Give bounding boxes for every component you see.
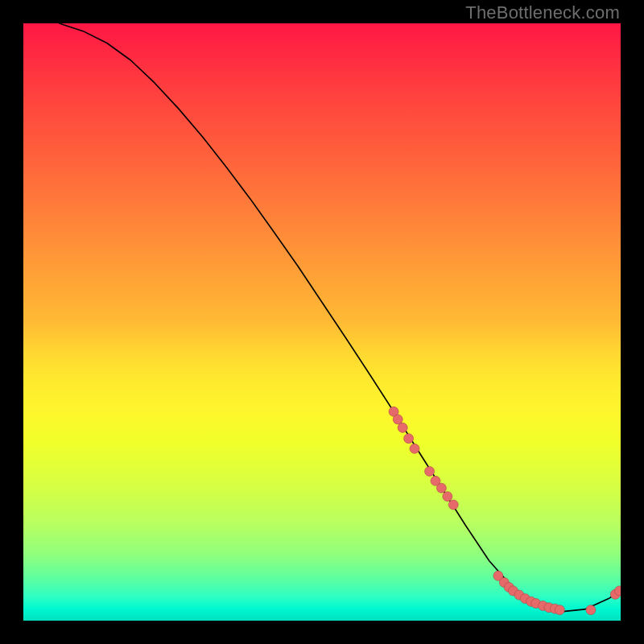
- data-point: [425, 467, 435, 477]
- data-point: [398, 423, 407, 432]
- watermark-text: TheBottleneck.com: [465, 2, 620, 23]
- data-point: [410, 444, 419, 453]
- data-point: [555, 605, 564, 615]
- data-point: [443, 492, 452, 502]
- data-point: [436, 483, 446, 493]
- bottleneck-curve: [60, 23, 621, 612]
- data-point: [404, 434, 414, 444]
- plot-area: [23, 23, 621, 621]
- chart-stage: TheBottleneck.com: [0, 0, 644, 644]
- data-point: [586, 605, 596, 615]
- data-point: [393, 415, 402, 424]
- data-point: [448, 500, 458, 510]
- plot-svg: [23, 23, 621, 621]
- marker-group: [389, 407, 621, 614]
